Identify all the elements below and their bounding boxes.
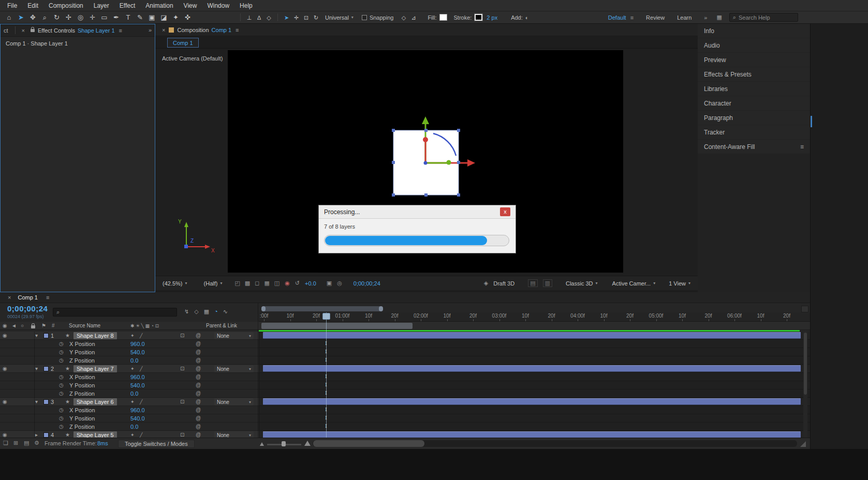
frame-counter[interactable]: 00024 (29.97 fps) (7, 314, 44, 319)
stopwatch-icon[interactable]: ◷ (59, 389, 64, 398)
menu-file[interactable]: File (2, 0, 22, 11)
layer-twirl-arrow[interactable]: ▸ (35, 431, 38, 438)
type-tool-icon[interactable]: T (122, 12, 134, 23)
selection-tool-icon[interactable]: ➤ (15, 12, 27, 23)
layer-visibility-toggle[interactable]: ◉ (3, 365, 7, 373)
view-axis-mode-icon[interactable]: ◇ (264, 12, 274, 23)
source-name-column-header[interactable]: Source Name (69, 322, 100, 330)
snapping-checkbox[interactable] (362, 15, 367, 20)
comp-marker-bin-button[interactable] (801, 306, 808, 312)
layer-name[interactable]: Shape Layer 7 (73, 365, 117, 372)
selection-handle[interactable] (457, 129, 460, 132)
panel-overflow-chevron[interactable]: » (149, 27, 152, 33)
workspace-menu-icon[interactable]: ≡ (630, 14, 634, 21)
index-column-header[interactable]: # (52, 322, 55, 330)
layer-duration-bar[interactable] (263, 398, 801, 405)
panel-tab-tracker[interactable]: Tracker (698, 125, 810, 139)
parent-dropdown[interactable]: None▾ (214, 332, 254, 339)
panel-tab-character[interactable]: Character (698, 96, 810, 110)
stopwatch-icon[interactable]: ◷ (59, 381, 64, 389)
preview-timecode[interactable]: 0;00;00;24 (354, 280, 380, 287)
property-value[interactable]: 540.0 (130, 414, 145, 423)
property-pickwhip-icon[interactable]: @ (196, 340, 201, 348)
collapse-transformations-switch[interactable]: ⊡ (180, 398, 184, 406)
composition-tab-label[interactable]: Composition (177, 27, 209, 33)
hand-tool-icon[interactable]: ✥ (27, 12, 39, 23)
mask-visibility-icon[interactable]: ◻ (255, 280, 259, 287)
snap-option-icon-a[interactable]: ◇ (399, 12, 408, 23)
property-pickwhip-icon[interactable]: @ (196, 348, 201, 356)
navigator-handle-left[interactable] (261, 306, 266, 311)
pan-behind-tool-icon[interactable]: ✛ (86, 12, 98, 23)
property-pickwhip-icon[interactable]: @ (196, 381, 201, 389)
stopwatch-icon[interactable]: ◷ (59, 423, 64, 431)
panel-tab-paragraph[interactable]: Paragraph (698, 111, 810, 125)
parent-dropdown[interactable]: None▾ (214, 398, 254, 406)
property-name[interactable]: Z Position (69, 389, 95, 398)
add-icon[interactable]: ◐ (525, 14, 529, 21)
timeline-search-input[interactable] (62, 309, 160, 316)
pan-camera-tool-icon[interactable]: ✢ (63, 12, 75, 23)
property-name[interactable]: Y Position (69, 381, 95, 389)
stroke-label[interactable]: Stroke: (453, 14, 472, 21)
parent-pickwhip-icon[interactable]: @ (196, 365, 201, 373)
selection-handle[interactable] (424, 129, 428, 132)
puppet-pin-tool-icon[interactable]: ✜ (182, 12, 194, 23)
draft-3d-icon[interactable]: ◈ (484, 280, 488, 287)
universal-gizmo-icon[interactable]: ➤ (282, 12, 291, 23)
layer-switches[interactable]: ✦ ╱ (130, 398, 144, 406)
property-value[interactable]: 960.0 (130, 406, 145, 414)
stroke-swatch[interactable] (475, 14, 482, 21)
workspace-default[interactable]: Default (608, 14, 626, 21)
layer-duration-bar[interactable] (263, 332, 801, 339)
dolly-camera-tool-icon[interactable]: ◎ (75, 12, 86, 23)
x-scale-handle[interactable] (447, 160, 451, 165)
brush-tool-icon[interactable]: ✎ (134, 12, 146, 23)
layer-name[interactable]: Shape Layer 5 (73, 431, 117, 438)
panel-tab-libraries[interactable]: Libraries (698, 82, 810, 96)
motion-blur-icon[interactable]: ◔ (214, 308, 218, 315)
show-snapshot-icon[interactable]: ◎ (337, 280, 342, 287)
gizmo-mode-dropdown[interactable]: Universal ▾ (325, 14, 354, 21)
close-tab-icon[interactable]: × (5, 294, 13, 301)
selection-handle[interactable] (424, 193, 428, 197)
rotation-gizmo-icon[interactable]: ↻ (311, 12, 321, 23)
property-pickwhip-icon[interactable]: @ (196, 389, 201, 398)
clone-stamp-tool-icon[interactable]: ▣ (146, 12, 158, 23)
eraser-tool-icon[interactable]: ◪ (158, 12, 170, 23)
timeline-zoom-thumb[interactable] (282, 441, 286, 446)
snapping-control[interactable]: Snapping (362, 14, 394, 21)
layer-name[interactable]: Shape Layer 8 (73, 332, 117, 339)
timeline-zoom-out-icon[interactable] (260, 442, 264, 446)
timeline-vertical-scrollbar[interactable] (803, 332, 807, 438)
stopwatch-icon[interactable]: ◷ (59, 373, 64, 381)
property-pickwhip-icon[interactable]: @ (196, 414, 201, 423)
property-pickwhip-icon[interactable]: @ (196, 406, 201, 414)
wireframe-preview-icon[interactable]: ▤ (528, 279, 537, 287)
parent-pickwhip-icon[interactable]: @ (196, 398, 201, 406)
layer-duration-bar[interactable] (263, 431, 801, 438)
show-channel-icon[interactable]: ◉ (285, 280, 290, 287)
menu-animation[interactable]: Animation (140, 0, 178, 11)
pen-tool-icon[interactable]: ✒ (110, 12, 122, 23)
collapse-transformations-switch[interactable]: ⊡ (180, 431, 184, 438)
menu-view[interactable]: View (179, 0, 202, 11)
shape-tool-icon[interactable]: ▭ (98, 12, 110, 23)
workspace-review[interactable]: Review (646, 14, 665, 21)
layer-color-chip[interactable] (43, 399, 49, 404)
take-snapshot-icon[interactable]: ▣ (327, 280, 332, 287)
layer-visibility-toggle[interactable]: ◉ (3, 332, 7, 340)
y-scale-handle[interactable] (423, 137, 428, 142)
property-name[interactable]: Y Position (69, 414, 95, 423)
menu-edit[interactable]: Edit (22, 0, 43, 11)
reset-exposure-icon[interactable]: ↺ (295, 280, 300, 287)
view-layout-dropdown[interactable]: 1 View ▾ (669, 280, 690, 287)
more-workspaces-chevron[interactable]: » (704, 14, 707, 21)
viewer-tab-comp-1[interactable]: Comp 1 (167, 38, 199, 48)
panel-tab-preview[interactable]: Preview (698, 53, 810, 67)
stopwatch-icon[interactable]: ◷ (59, 348, 64, 356)
local-axis-mode-icon[interactable]: ⊥ (244, 12, 254, 23)
layer-color-chip[interactable] (43, 333, 49, 338)
property-value[interactable]: 0.0 (130, 423, 138, 431)
parent-link-column-header[interactable]: Parent & Link (206, 322, 237, 330)
